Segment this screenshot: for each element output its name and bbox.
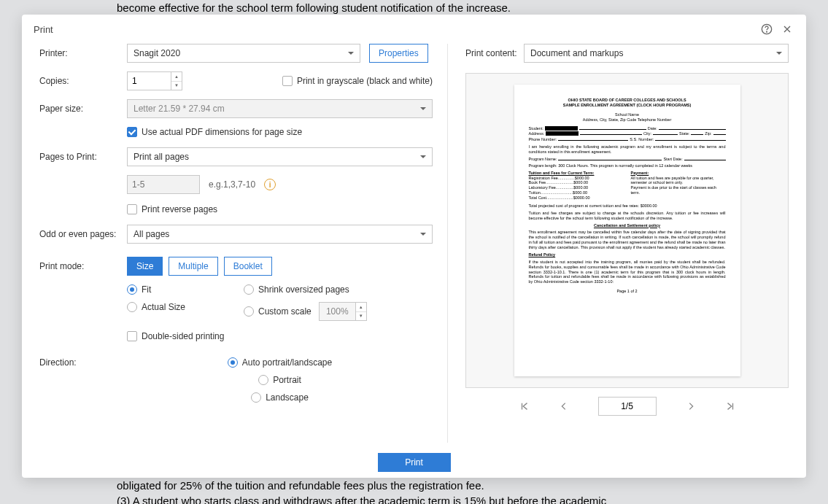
reverse-pages-label: Print reverse pages [142, 204, 217, 214]
dialog-title: Print [34, 24, 53, 35]
page-range-hint: e.g.1,3,7-10 [209, 179, 255, 190]
mode-size-button[interactable]: Size [127, 257, 163, 276]
actual-size-radio[interactable]: Actual Size [127, 302, 185, 312]
print-dialog: Print Printer: Snagit 2020 Properties Co… [22, 15, 806, 478]
preview-page: OHIO STATE BOARD OF CAREER COLLEGES AND … [514, 85, 740, 376]
actual-dimensions-checkbox[interactable]: Use actual PDF dimensions for page size [127, 127, 433, 137]
dialog-title-bar: Print [22, 15, 806, 44]
custom-scale-input [319, 302, 355, 321]
copies-stepper[interactable]: ▲ ▼ [127, 71, 182, 90]
preview-pane: Print content: Document and markups OHIO… [448, 44, 789, 443]
reverse-pages-checkbox[interactable]: Print reverse pages [127, 204, 433, 214]
background-document-text: obligated for 25% of the tuition and ref… [117, 478, 755, 504]
print-settings-pane: Printer: Snagit 2020 Properties Copies: … [39, 44, 448, 443]
print-content-label: Print content: [465, 48, 524, 58]
background-document-text: become effective for the school term fol… [117, 0, 755, 15]
custom-scale-radio[interactable]: Custom scale [244, 306, 312, 317]
pages-to-print-label: Pages to Print: [39, 152, 127, 162]
direction-auto-radio[interactable]: Auto portrait/landscape [228, 357, 332, 368]
fit-radio[interactable]: Fit [127, 284, 185, 295]
chevron-down-icon[interactable]: ▼ [356, 312, 366, 321]
pages-select[interactable]: Print all pages [127, 147, 433, 166]
mode-multiple-button[interactable]: Multiple [169, 257, 217, 276]
grayscale-label: Print in grayscale (black and white) [297, 76, 433, 86]
direction-label: Direction: [39, 357, 127, 368]
grayscale-checkbox[interactable]: Print in grayscale (black and white) [282, 76, 433, 86]
print-preview: OHIO STATE BOARD OF CAREER COLLEGES AND … [465, 73, 789, 388]
help-icon[interactable] [759, 22, 774, 36]
direction-landscape-radio[interactable]: Landscape [251, 392, 309, 403]
preview-pager [465, 397, 789, 416]
paper-size-label: Paper size: [39, 104, 127, 114]
chevron-up-icon[interactable]: ▲ [356, 303, 366, 312]
print-button[interactable]: Print [378, 453, 451, 472]
next-page-icon[interactable] [686, 401, 696, 411]
paper-size-select[interactable]: Letter 21.59 * 27.94 cm [127, 99, 433, 118]
first-page-icon[interactable] [519, 401, 530, 411]
double-sided-label: Double-sided printing [142, 331, 224, 341]
page-indicator-input[interactable] [598, 397, 657, 416]
odd-even-label: Odd or even pages: [39, 229, 127, 239]
custom-scale-stepper[interactable]: ▲ ▼ [319, 302, 367, 321]
chevron-up-icon[interactable]: ▲ [171, 72, 182, 82]
copies-label: Copies: [39, 76, 127, 86]
mode-booklet-button[interactable]: Booklet [224, 257, 272, 276]
last-page-icon[interactable] [725, 401, 735, 411]
properties-button[interactable]: Properties [369, 44, 428, 63]
print-content-select[interactable]: Document and markups [524, 44, 789, 63]
double-sided-checkbox[interactable]: Double-sided printing [127, 331, 433, 341]
chevron-down-icon[interactable]: ▼ [171, 82, 182, 90]
prev-page-icon[interactable] [559, 401, 569, 411]
printer-label: Printer: [39, 48, 127, 58]
actual-dimensions-label: Use actual PDF dimensions for page size [142, 127, 302, 137]
odd-even-select[interactable]: All pages [127, 225, 433, 244]
info-icon[interactable]: i [264, 179, 276, 190]
page-range-input[interactable] [127, 175, 200, 194]
print-mode-label: Print mode: [39, 261, 127, 271]
copies-input[interactable] [127, 71, 171, 90]
printer-select[interactable]: Snagit 2020 [127, 44, 360, 63]
shrink-radio[interactable]: Shrink oversized pages [244, 284, 367, 295]
direction-portrait-radio[interactable]: Portrait [258, 375, 301, 385]
close-icon[interactable] [780, 22, 794, 36]
svg-point-1 [767, 31, 767, 32]
